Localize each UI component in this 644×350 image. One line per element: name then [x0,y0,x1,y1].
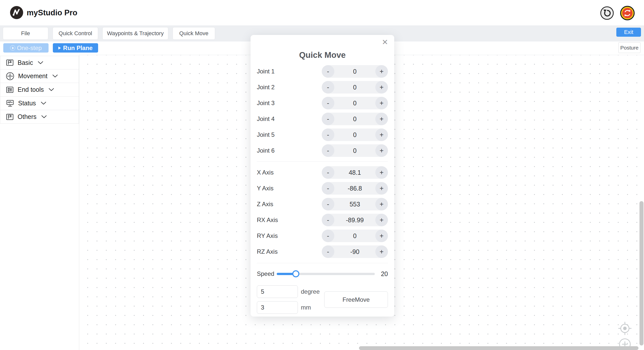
joint-6-stepper: - 0 + [322,144,388,157]
play-circle-icon [10,45,15,51]
emergency-stop-icon [620,6,635,20]
sidebar-item-others[interactable]: Others [0,110,79,124]
decrement-button[interactable]: - [322,144,334,157]
increment-button[interactable]: + [375,113,388,125]
mm-unit-label: mm [301,301,320,314]
chevron-down-icon [49,88,54,91]
sidebar-item-status[interactable]: Status [0,97,79,110]
stepper-value: 0 [334,100,375,107]
increment-button[interactable]: + [375,144,388,157]
joint-label: Joint 6 [257,147,275,154]
posture-button[interactable]: Posture [618,42,640,53]
sidebar-item-label: Others [18,113,36,120]
increment-button[interactable]: + [375,230,388,242]
decrement-button[interactable]: - [322,230,334,242]
vertical-scrollbar[interactable] [639,201,643,345]
joint-label: Joint 4 [257,115,275,122]
decrement-button[interactable]: - [322,97,334,109]
axis-label: Y Axis [257,185,273,192]
decrement-button[interactable]: - [322,245,334,258]
tab-quick-move[interactable]: Quick Move [173,27,215,40]
decrement-button[interactable]: - [322,214,334,226]
joint-row: Joint 6 - 0 + [257,144,388,157]
joint-5-stepper: - 0 + [322,128,388,141]
ry-axis-stepper: - 0 + [322,230,388,242]
quick-move-dialog: ✕ Quick Move Joint 1 - 0 + Joint 2 - 0 +… [251,35,394,317]
freemove-button[interactable]: FreeMove [324,291,388,308]
sidebar-item-basic[interactable]: Basic [0,56,79,69]
exit-button[interactable]: Exit [616,28,641,37]
stepper-value: 48.1 [334,169,375,176]
flag-icon [6,113,14,121]
emergency-stop-button[interactable] [620,6,635,21]
stepper-value: 0 [334,68,375,75]
joint-row: Joint 5 - 0 + [257,128,388,141]
one-step-button[interactable]: One-step [3,43,49,53]
increment-button[interactable]: + [375,245,388,258]
increment-button[interactable]: + [375,166,388,179]
joint-rows: Joint 1 - 0 + Joint 2 - 0 + Joint 3 - 0 … [257,65,388,157]
joint-4-stepper: - 0 + [322,113,388,125]
mm-step-input[interactable] [257,301,298,314]
one-step-label: One-step [17,45,42,52]
decrement-button[interactable]: - [322,182,334,195]
sidebar-item-label: Basic [18,59,33,66]
joint-label: Joint 3 [257,100,275,107]
sidebar-item-label: End tools [18,86,44,93]
speed-slider[interactable] [277,273,375,275]
stepper-value: 0 [334,232,375,240]
close-icon[interactable]: ✕ [382,38,388,46]
joint-label: Joint 1 [257,68,275,75]
tab-file[interactable]: File [3,27,48,40]
divider [257,161,388,162]
speed-row: Speed 20 [257,268,388,280]
undo-icon [600,6,614,20]
stepper-value: 0 [334,131,375,139]
app-header: myStudio Pro [0,0,644,25]
decrement-button[interactable]: - [322,128,334,141]
divider [257,263,388,263]
increment-button[interactable]: + [375,182,388,195]
tab-quick-control[interactable]: Quick Control [53,27,98,40]
decrement-button[interactable]: - [322,166,334,179]
freemove-block: degree mm FreeMove [257,285,388,314]
app-title: myStudio Pro [27,8,77,17]
app-logo-icon [10,6,23,19]
chevron-down-icon [41,102,46,105]
increment-button[interactable]: + [375,128,388,141]
axis-label: X Axis [257,169,274,176]
stepper-value: 553 [334,201,375,208]
decrement-button[interactable]: - [322,65,334,78]
undo-button[interactable] [600,6,614,21]
recenter-view-button[interactable] [618,321,632,336]
stepper-value: 0 [334,115,375,123]
increment-button[interactable]: + [375,198,388,210]
z-axis-stepper: - 553 + [322,198,388,210]
stepper-value: 0 [334,147,375,154]
x-axis-stepper: - 48.1 + [322,166,388,179]
axis-row: Z Axis - 553 + [257,198,388,210]
tab-waypoints-trajectory[interactable]: Waypoints & Trajectory [102,27,168,40]
increment-button[interactable]: + [375,65,388,78]
crosshair-icon [618,321,632,335]
increment-button[interactable]: + [375,81,388,94]
sidebar-item-label: Movement [18,72,48,80]
sidebar-item-end-tools[interactable]: End tools [0,83,79,97]
axis-label: RZ Axis [257,248,278,255]
rx-axis-stepper: - -89.99 + [322,214,388,226]
horizontal-scrollbar[interactable] [359,346,638,350]
increment-button[interactable]: + [375,214,388,226]
slider-handle[interactable] [292,270,299,277]
increment-button[interactable]: + [375,97,388,109]
sidebar-item-movement[interactable]: Movement [0,69,79,83]
run-plane-button[interactable]: Run Plane [53,43,98,53]
axis-row: Y Axis - -86.8 + [257,182,388,195]
degree-step-input[interactable] [257,285,298,298]
sidebar-item-label: Status [18,100,36,107]
decrement-button[interactable]: - [322,198,334,210]
joint-label: Joint 5 [257,131,275,138]
axis-row: RY Axis - 0 + [257,230,388,242]
decrement-button[interactable]: - [322,81,334,94]
joint-row: Joint 4 - 0 + [257,113,388,125]
decrement-button[interactable]: - [322,113,334,125]
